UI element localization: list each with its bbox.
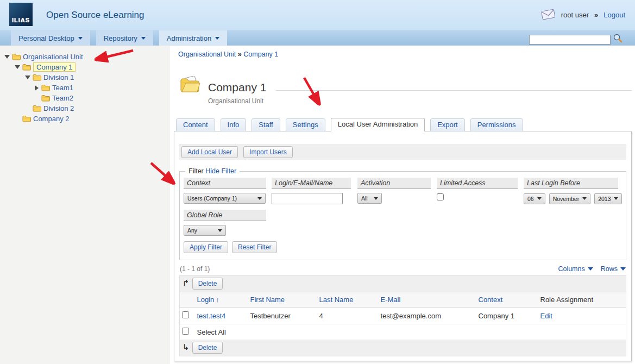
select-arrow-icon xyxy=(374,197,378,200)
column-header-first-name[interactable]: First Name xyxy=(248,292,317,307)
activation-select[interactable]: All xyxy=(357,193,382,204)
repository-tree-sidebar: Organisational Unit Company 1 Division 1… xyxy=(0,46,169,364)
delete-selected-button-top[interactable]: Delete xyxy=(192,278,223,290)
apply-to-selected-bottom-icon: ↳ xyxy=(181,342,190,352)
month-select[interactable]: November xyxy=(549,193,590,204)
ilias-logo-text: ILIAS xyxy=(9,17,30,26)
apply-filter-button[interactable]: Apply Filter xyxy=(184,241,228,253)
column-header-last-name[interactable]: Last Name xyxy=(317,292,379,307)
select-all-label: Select All xyxy=(195,324,626,340)
hide-filter-link[interactable]: Hide Filter xyxy=(205,167,236,175)
breadcrumb-parent[interactable]: Organisational Unit xyxy=(178,51,236,58)
column-header-login[interactable]: Login↑ xyxy=(195,292,248,307)
menu-label: Administration xyxy=(167,34,211,42)
tree-collapse-icon[interactable] xyxy=(15,65,20,69)
action-toolbar: Add Local User Import Users xyxy=(179,144,626,160)
year-select[interactable]: 2013 xyxy=(594,193,622,204)
tree-collapse-icon[interactable] xyxy=(25,76,30,79)
tree-collapse-icon[interactable] xyxy=(4,55,10,59)
ilias-logo[interactable]: ILIAS xyxy=(9,3,33,26)
folder-icon xyxy=(33,74,41,81)
main-menu-bar: Personal Desktop Repository Administrati… xyxy=(0,30,635,46)
folder-icon xyxy=(22,115,31,122)
tree-item-company-2[interactable]: Company 2 xyxy=(0,114,169,124)
tree-item-team1[interactable]: Team1 xyxy=(0,83,169,93)
login-email-name-input[interactable] xyxy=(272,193,343,204)
column-header-context[interactable]: Context xyxy=(476,292,538,307)
tab-staff[interactable]: Staff xyxy=(252,118,280,131)
context-select[interactable]: Users (Company 1) xyxy=(184,193,266,204)
activation-select-value: All xyxy=(361,195,368,202)
folder-icon xyxy=(41,84,50,91)
title-divider xyxy=(276,90,632,91)
columns-menu-label: Columns xyxy=(558,265,584,273)
tree-item-team2[interactable]: Team2 xyxy=(0,93,169,103)
folder-icon xyxy=(33,105,41,112)
column-header-role-assignment: Role Assignment xyxy=(538,292,626,307)
day-select[interactable]: 06 xyxy=(524,193,545,204)
import-users-button[interactable]: Import Users xyxy=(243,146,293,158)
tab-info[interactable]: Info xyxy=(221,118,247,131)
column-header-email[interactable]: E-Mail xyxy=(379,292,476,307)
select-arrow-icon xyxy=(537,197,542,200)
mail-icon[interactable] xyxy=(540,8,556,22)
apply-to-selected-top-icon: ↱ xyxy=(181,278,190,288)
menu-administration[interactable]: Administration xyxy=(159,30,227,46)
menu-personal-desktop[interactable]: Personal Desktop xyxy=(11,30,90,46)
tree-item-organisational-unit[interactable]: Organisational Unit xyxy=(0,52,169,62)
tab-local-user-administration[interactable]: Local User Administration xyxy=(331,118,425,131)
search-input[interactable] xyxy=(529,35,611,45)
tree-item-division-2[interactable]: Division 2 xyxy=(0,103,169,114)
app-title: Open Source eLearning xyxy=(46,0,144,30)
local-user-admin-panel: Add Local User Import Users Filter Hide … xyxy=(174,131,632,361)
global-role-select-value: Any xyxy=(187,227,197,234)
table-row: test.test4 Testbenutzer 4 test@example.c… xyxy=(180,307,626,324)
day-select-value: 06 xyxy=(527,196,534,202)
breadcrumb-current[interactable]: Company 1 xyxy=(243,51,278,58)
top-header: ILIAS Open Source eLearning root user » … xyxy=(0,0,635,30)
global-role-select[interactable]: Any xyxy=(184,225,226,236)
local-users-table: ↱ Delete Login↑ First Name Last Name E-M… xyxy=(179,275,626,356)
filter-header-limited-access: Limited Access xyxy=(437,178,518,189)
page-subtitle: Organisational Unit xyxy=(208,97,632,105)
add-local-user-button[interactable]: Add Local User xyxy=(181,146,238,158)
tab-permissions[interactable]: Permissions xyxy=(470,118,523,131)
user-context: Company 1 xyxy=(476,307,538,324)
folder-icon xyxy=(22,64,31,71)
select-all-checkbox[interactable] xyxy=(182,328,189,335)
limited-access-checkbox[interactable] xyxy=(437,193,444,200)
filter-header-global-role: Global Role xyxy=(184,210,266,221)
menu-repository[interactable]: Repository xyxy=(96,30,153,46)
menu-label: Personal Desktop xyxy=(18,34,74,42)
breadcrumb-separator: » xyxy=(238,51,242,58)
tree-expand-icon[interactable] xyxy=(34,85,39,91)
year-select-value: 2013 xyxy=(598,196,611,202)
month-select-value: November xyxy=(553,196,579,202)
delete-selected-button-bottom[interactable]: Delete xyxy=(192,342,223,354)
breadcrumb: Organisational Unit » Company 1 xyxy=(178,51,635,58)
chevron-down-icon xyxy=(620,267,626,271)
tab-content[interactable]: Content xyxy=(176,118,215,131)
edit-role-assignment-link[interactable]: Edit xyxy=(540,312,552,320)
search-icon[interactable] xyxy=(613,33,623,46)
rows-menu[interactable]: Rows xyxy=(601,265,626,273)
select-arrow-icon xyxy=(614,197,618,200)
user-login-link[interactable]: test.test4 xyxy=(197,312,226,320)
tab-settings[interactable]: Settings xyxy=(286,118,325,131)
row-select-checkbox[interactable] xyxy=(182,311,189,318)
filter-legend-label: Filter xyxy=(188,167,204,175)
tree-item-division-1[interactable]: Division 1 xyxy=(0,72,169,83)
filter-header-context: Context xyxy=(184,178,266,189)
filter-header-last-login: Last Login Before xyxy=(524,178,618,189)
reset-filter-button[interactable]: Reset Filter xyxy=(232,241,277,253)
tab-export[interactable]: Export xyxy=(430,118,465,131)
user-last-name: 4 xyxy=(317,307,379,324)
folder-icon xyxy=(12,53,21,60)
logout-link[interactable]: Logout xyxy=(603,11,625,19)
pagination-top: (1 - 1 of 1) xyxy=(180,265,210,273)
user-first-name: Testbenutzer xyxy=(248,307,317,324)
columns-menu[interactable]: Columns xyxy=(558,265,593,273)
select-arrow-icon xyxy=(218,229,222,232)
logged-in-user: root user xyxy=(561,11,589,19)
tree-item-company-1[interactable]: Company 1 xyxy=(0,62,169,72)
